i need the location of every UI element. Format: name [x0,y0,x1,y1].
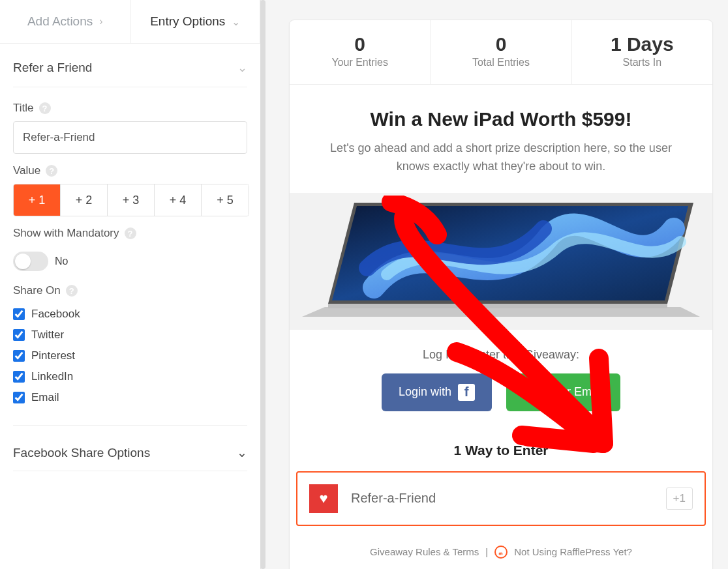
value-button-group: + 1 + 2 + 3 + 4 + 5 [13,184,249,216]
giveaway-headline: Win a New iPad Worth $599! [290,85,712,139]
check-label: Email [31,391,59,404]
entry-refer-a-friend[interactable]: ♥ Refer-a-Friend +1 [296,471,706,526]
stat-value: 0 [296,33,423,55]
checkbox[interactable] [13,371,25,383]
help-icon[interactable]: ? [66,285,78,297]
share-on-item-linkedin[interactable]: LinkedIn [13,366,247,387]
button-label: Login with [399,385,451,399]
chevron-down-icon: ⌄ [237,61,247,75]
value-option-2[interactable]: + 2 [61,184,108,216]
entry-value-badge: +1 [666,488,693,510]
stat-value: 1 Days [579,33,706,55]
help-icon[interactable]: ? [46,165,57,177]
login-with-facebook-button[interactable]: Login with f [382,373,492,411]
stat-label: Your Entries [296,57,423,68]
help-icon[interactable]: ? [39,102,51,114]
stat-your-entries: 0 Your Entries [290,20,431,84]
tab-label: Entry Options [150,14,225,29]
entry-label: Refer-a-Friend [351,491,653,506]
check-label: Twitter [31,328,64,342]
stats-row: 0 Your Entries 0 Total Entries 1 Days St… [290,20,712,85]
svg-marker-0 [302,307,700,317]
giveaway-rules-link[interactable]: Giveaway Rules & Terms [370,546,479,557]
share-on-item-facebook[interactable]: Facebook [13,304,247,325]
facebook-icon: f [458,384,475,401]
label-text: Title [13,102,34,115]
preview-area: 0 Your Entries 0 Total Entries 1 Days St… [261,0,728,569]
settings-sidebar: Add Actions › Entry Options ⌄ Refer a Fr… [0,0,261,569]
stat-value: 0 [437,33,564,55]
login-button-row: Login with f Use Your Email [303,373,699,411]
mandatory-toggle-row: No [13,252,68,271]
tab-label: Add Actions [27,14,93,29]
mandatory-state-label: No [55,255,68,267]
chevron-down-icon: ⌄ [232,16,240,28]
stat-starts-in: 1 Days Starts In [572,20,712,84]
subsection-label: Facebook Share Options [13,446,150,460]
svg-marker-3 [328,304,667,308]
sidebar-tabs: Add Actions › Entry Options ⌄ [0,0,260,44]
heart-icon: ♥ [309,484,338,513]
check-label: Pinterest [31,349,75,362]
help-icon[interactable]: ? [125,227,136,239]
title-input[interactable] [13,121,247,154]
section-facebook-share-options[interactable]: Facebook Share Options ⌄ [13,443,247,471]
stat-total-entries: 0 Total Entries [431,20,571,84]
tab-add-actions[interactable]: Add Actions › [0,0,130,43]
tab-entry-options[interactable]: Entry Options ⌄ [130,0,261,43]
check-label: Facebook [31,308,80,321]
toggle-thumb [15,254,31,269]
chevron-right-icon: › [99,16,102,27]
share-on-item-pinterest[interactable]: Pinterest [13,345,247,366]
share-on-item-email[interactable]: Email [13,387,247,408]
mandatory-toggle[interactable] [13,252,48,271]
value-option-3[interactable]: + 3 [108,184,155,216]
mandatory-label-row: Show with Mandatory ? [13,227,247,240]
login-block: Log In to Enter this Giveaway: Login wit… [290,330,712,427]
tablet-illustration [290,193,712,330]
stat-label: Starts In [579,57,706,68]
button-label: Use Your Email [523,385,603,399]
checkbox[interactable] [13,329,25,341]
checkbox[interactable] [13,350,25,362]
ways-to-enter-title: 1 Way to Enter [290,427,712,471]
divider [13,425,247,426]
chevron-down-icon: ⌄ [237,445,247,460]
share-on-label-row: Share On ? [13,284,247,297]
share-on-list: Facebook Twitter Pinterest LinkedIn Emai… [13,304,247,408]
checkbox[interactable] [13,308,25,320]
giveaway-description: Let's go ahead and add a short prize des… [290,139,712,193]
giveaway-preview-card: 0 Your Entries 0 Total Entries 1 Days St… [289,20,713,569]
value-label-row: Value ? [13,164,247,177]
label-text: Share On [13,284,61,297]
title-label-row: Title ? [13,102,247,115]
label-text: Value [13,164,40,177]
rafflepress-promo-link[interactable]: Not Using RafflePress Yet? [514,546,632,557]
value-option-4[interactable]: + 4 [155,184,202,216]
checkbox[interactable] [13,392,25,403]
separator: | [485,546,488,557]
prize-image [290,193,712,330]
share-on-item-twitter[interactable]: Twitter [13,325,247,345]
label-text: Show with Mandatory [13,227,119,240]
use-your-email-button[interactable]: Use Your Email [506,373,620,411]
value-option-1[interactable]: + 1 [14,184,61,216]
rafflepress-icon: ⩋ [494,546,508,559]
section-title: Refer a Friend [13,61,92,75]
value-option-5[interactable]: + 5 [202,184,249,216]
preview-footer: Giveaway Rules & Terms | ⩋ Not Using Raf… [290,535,712,569]
entry-row-wrap: ♥ Refer-a-Friend +1 [290,471,712,535]
section-refer-a-friend[interactable]: Refer a Friend ⌄ [13,57,247,87]
stat-label: Total Entries [437,57,564,68]
login-label: Log In to Enter this Giveaway: [303,348,699,362]
check-label: LinkedIn [31,370,73,383]
